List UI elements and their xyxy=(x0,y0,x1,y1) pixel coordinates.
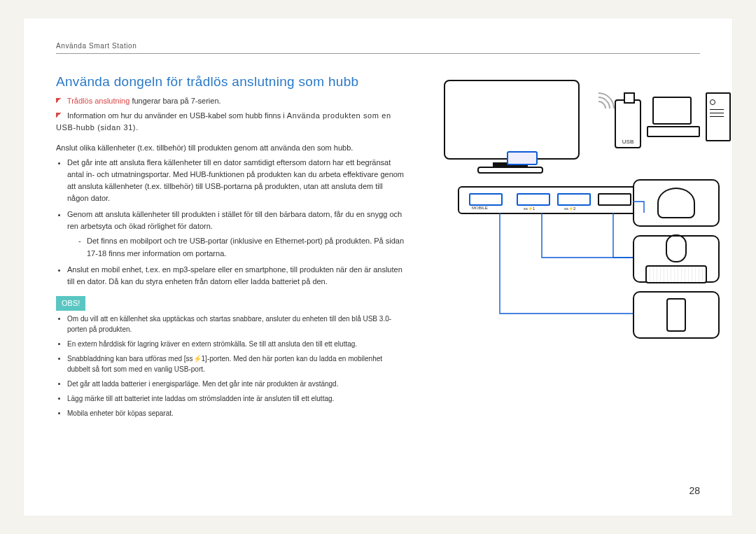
intro-note-1: Trådlös anslutning fungerar bara på 7-se… xyxy=(56,95,406,107)
ss2-port-label: ss⚡2 xyxy=(564,206,575,211)
intro-rest-1: fungerar bara på 7-serien. xyxy=(130,97,220,105)
headphones-box xyxy=(633,179,720,227)
bullet-2: Genom att ansluta källenheter till produ… xyxy=(67,209,406,259)
obs-1: Om du vill att en källenhet ska upptäcka… xyxy=(67,314,406,335)
obs-4: Det går att ladda batterier i energispar… xyxy=(67,379,406,389)
smartphone-icon xyxy=(666,298,686,332)
mouse-icon xyxy=(666,234,687,262)
intro-2c: . xyxy=(136,123,138,132)
bullet-2-text: Genom att ansluta källenheter till produ… xyxy=(67,210,402,230)
bullet-3: Anslut en mobil enhet, t.ex. en mp3-spel… xyxy=(67,264,406,288)
mobile-port-label: MOBILE xyxy=(472,206,488,210)
bullet-1: Det går inte att ansluta flera källenhet… xyxy=(67,157,406,204)
headphones-icon xyxy=(657,188,695,218)
usb2-port-icon xyxy=(598,193,631,206)
ss1-port-label: ss⚡1 xyxy=(524,206,535,211)
mouse-keyboard-box xyxy=(633,235,720,283)
connection-diagram: MOBILE ss⚡1 ss⚡2 xyxy=(430,76,731,377)
intro-red-term: Trådlös anslutning xyxy=(67,97,130,105)
keyboard-icon xyxy=(645,265,707,283)
usb3-port-2-icon xyxy=(557,193,591,206)
mobile-port-icon xyxy=(469,193,503,206)
para-1: Anslut olika källenheter (t.ex. tillbehö… xyxy=(56,142,406,154)
page-title: Använda dongeln för trådlös anslutning s… xyxy=(56,74,358,90)
desktop-tower-icon xyxy=(706,92,731,141)
usb3-port-1-icon xyxy=(517,193,550,206)
intro-2a: Information om hur du använder en USB-ka… xyxy=(67,111,287,120)
obs-list: Om du vill att en källenhet ska upptäcka… xyxy=(56,314,406,419)
wireless-dongle-icon xyxy=(507,151,538,165)
intro-note-2: Information om hur du använder en USB-ka… xyxy=(56,110,406,134)
obs-5: Lägg märke till att batteriet inte ladda… xyxy=(67,393,406,404)
sub-bullet: Det finns en mobilport och tre USB-porta… xyxy=(78,235,406,259)
header-rule xyxy=(56,53,700,54)
laptop-icon xyxy=(647,97,697,136)
phone-box xyxy=(633,291,720,339)
bullet-list-1: Det går inte att ansluta flera källenhet… xyxy=(56,157,406,287)
obs-badge: OBS! xyxy=(56,296,85,311)
body-text: Trådlös anslutning fungerar bara på 7-se… xyxy=(56,95,406,423)
obs-6: Mobila enheter bör köpas separat. xyxy=(67,408,406,419)
obs-3: Snabbladdning kan bara utföras med [ss⚡1… xyxy=(67,353,406,374)
section-header: Använda Smart Station xyxy=(56,42,136,50)
obs-2: En extern hårddisk för lagring kräver en… xyxy=(67,339,406,349)
page: Använda Smart Station Använda dongeln fö… xyxy=(24,18,732,516)
sub-list: Det finns en mobilport och tre USB-porta… xyxy=(67,235,406,259)
usb-receiver-icon xyxy=(615,99,641,148)
page-number: 28 xyxy=(689,485,700,496)
monitor-icon xyxy=(444,80,577,178)
